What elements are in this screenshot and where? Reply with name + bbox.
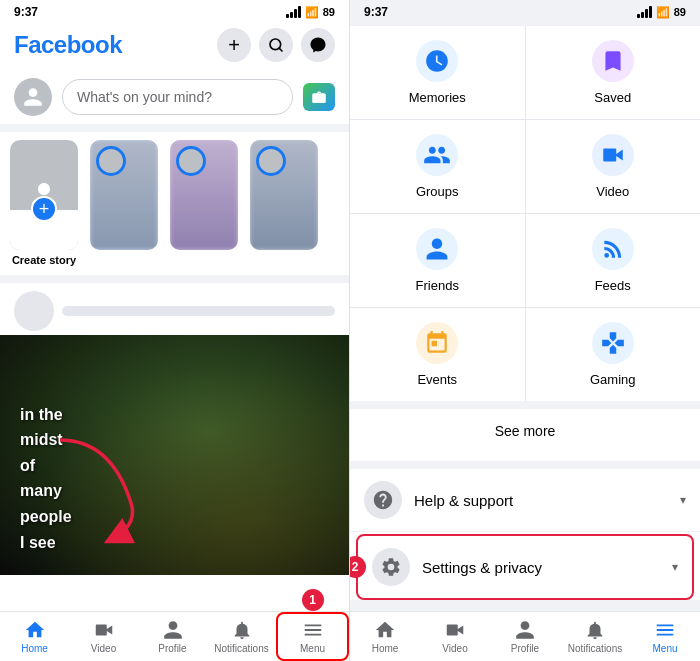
video-icon-bg	[592, 134, 634, 176]
nav-video-label: Video	[91, 643, 116, 654]
post-placeholder	[0, 283, 349, 335]
left-time: 9:37	[14, 5, 38, 19]
post-bar	[62, 306, 335, 316]
story-card-3[interactable]	[248, 140, 320, 267]
nav-menu-label: Menu	[300, 643, 325, 654]
saved-icon	[600, 48, 626, 74]
story-avatar-2	[176, 146, 206, 176]
bar4	[298, 6, 301, 18]
help-icon-bg	[364, 481, 402, 519]
nav-home[interactable]: Home	[0, 612, 69, 661]
events-icon-bg	[416, 322, 458, 364]
story-avatar-3	[256, 146, 286, 176]
events-icon	[424, 330, 450, 356]
menu-icon	[302, 619, 324, 641]
photo-icon[interactable]	[303, 83, 335, 111]
add-button[interactable]: +	[217, 28, 251, 62]
friends-icon	[424, 236, 450, 262]
post-input[interactable]: What's on your mind?	[62, 79, 293, 115]
memories-icon	[424, 48, 450, 74]
create-story-plus: +	[31, 196, 57, 222]
shortcut-saved[interactable]: Saved	[526, 26, 701, 119]
settings-privacy-item[interactable]: Settings & privacy ▾	[356, 534, 694, 600]
right-status-right: 📶 89	[637, 6, 686, 19]
create-story-image: +	[10, 140, 78, 250]
step1-badge: 1	[302, 589, 324, 611]
nav-video[interactable]: Video	[69, 612, 138, 661]
shortcut-memories[interactable]: Memories	[350, 26, 525, 119]
right-profile-label: Profile	[511, 643, 539, 654]
help-chevron-icon: ▾	[680, 493, 686, 507]
nav-menu[interactable]: Menu 1	[276, 612, 349, 661]
right-content: Memories Saved Groups Vide	[350, 22, 700, 611]
right-home-label: Home	[372, 643, 399, 654]
person-icon	[22, 86, 44, 108]
shortcuts-grid: Memories Saved Groups Vide	[350, 26, 700, 401]
shortcut-gaming[interactable]: Gaming	[526, 308, 701, 401]
feeds-label: Feeds	[595, 278, 631, 293]
feeds-icon	[600, 236, 626, 262]
right-bottom-nav: Home Video Profile Notifications Menu	[350, 611, 700, 661]
story-image-3	[250, 140, 318, 250]
groups-label: Groups	[416, 184, 459, 199]
create-story-label: Create story	[8, 254, 80, 267]
search-button[interactable]	[259, 28, 293, 62]
groups-icon	[423, 141, 451, 169]
right-wifi-icon: 📶	[656, 6, 670, 19]
nav-profile[interactable]: Profile	[138, 612, 207, 661]
right-nav-profile[interactable]: Profile	[490, 612, 560, 661]
gaming-icon	[600, 330, 626, 356]
right-video-label: Video	[442, 643, 467, 654]
svg-point-3	[316, 95, 321, 100]
right-menu-icon	[654, 619, 676, 641]
right-video-icon	[444, 619, 466, 641]
stories-section: + Create story	[0, 132, 349, 283]
help-support-label: Help & support	[414, 492, 668, 509]
story-card-1[interactable]	[88, 140, 160, 267]
help-support-item[interactable]: Help & support ▾	[350, 469, 700, 532]
video-label: Video	[596, 184, 629, 199]
memories-icon-bg	[416, 40, 458, 82]
right-nav-menu[interactable]: Menu	[630, 612, 700, 661]
shortcut-friends[interactable]: Friends	[350, 214, 525, 307]
shortcut-events[interactable]: Events	[350, 308, 525, 401]
memories-label: Memories	[409, 90, 466, 105]
story-image-2	[170, 140, 238, 250]
camera-icon	[310, 88, 328, 106]
shortcut-feeds[interactable]: Feeds	[526, 214, 701, 307]
saved-icon-bg	[592, 40, 634, 82]
groups-icon-bg	[416, 134, 458, 176]
user-avatar	[14, 78, 52, 116]
left-status-right: 📶 89	[286, 6, 335, 19]
story-image-1	[90, 140, 158, 250]
bar1	[286, 14, 289, 18]
story-avatar-1	[96, 146, 126, 176]
signal-bars	[286, 6, 301, 18]
settings-privacy-label: Settings & privacy	[422, 559, 660, 576]
right-nav-home[interactable]: Home	[350, 612, 420, 661]
right-nav-video[interactable]: Video	[420, 612, 490, 661]
nav-notifications[interactable]: Notifications	[207, 612, 276, 661]
right-time: 9:37	[364, 5, 388, 19]
right-signal-bars	[637, 6, 652, 18]
right-notifications-label: Notifications	[568, 643, 622, 654]
nav-home-label: Home	[21, 643, 48, 654]
feeds-icon-bg	[592, 228, 634, 270]
svg-line-1	[279, 48, 282, 51]
wifi-icon: 📶	[305, 6, 319, 19]
battery-label: 89	[323, 6, 335, 18]
see-more-button[interactable]: See more	[350, 409, 700, 453]
right-status-bar: 9:37 📶 89	[350, 0, 700, 22]
messenger-button[interactable]	[301, 28, 335, 62]
story-card-2[interactable]	[168, 140, 240, 267]
shortcut-groups[interactable]: Groups	[350, 120, 525, 213]
create-story-card[interactable]: + Create story	[8, 140, 80, 267]
left-panel: 9:37 📶 89 Facebook +	[0, 0, 350, 661]
facebook-logo: Facebook	[14, 31, 122, 59]
home-icon	[24, 619, 46, 641]
right-nav-notifications[interactable]: Notifications	[560, 612, 630, 661]
nav-profile-label: Profile	[158, 643, 186, 654]
events-label: Events	[417, 372, 457, 387]
whats-on-mind-bar: What's on your mind?	[0, 70, 349, 132]
shortcut-video[interactable]: Video	[526, 120, 701, 213]
